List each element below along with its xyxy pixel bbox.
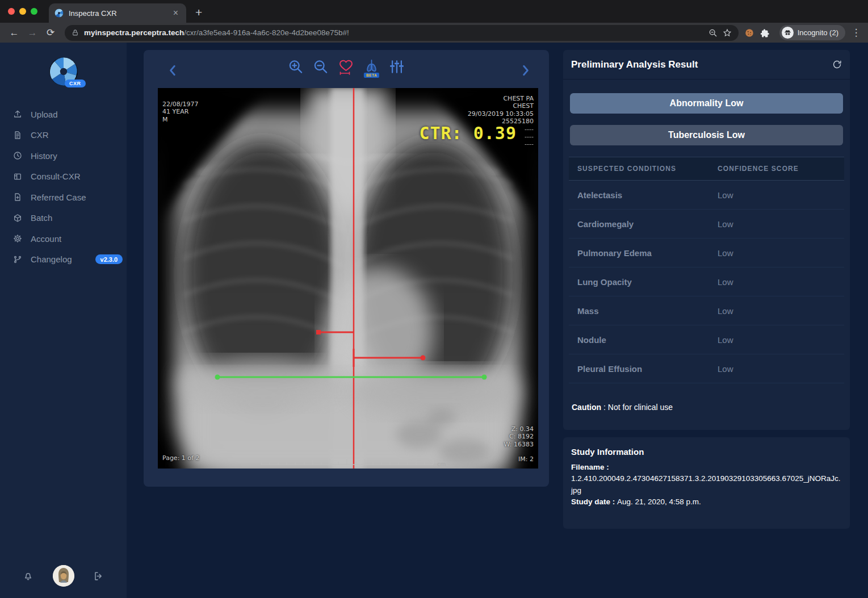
lock-icon bbox=[72, 29, 79, 36]
file-plus-icon bbox=[13, 193, 22, 202]
version-badge: v2.3.0 bbox=[95, 254, 123, 264]
sidebar-item-label: Consult-CXR bbox=[31, 172, 81, 181]
tuberculosis-result-banner[interactable]: Tuberculosis Low bbox=[570, 125, 843, 145]
sidebar-item-cxr[interactable]: CXR bbox=[0, 125, 127, 146]
study-information-panel: Study Information Filename : 1.2.410.200… bbox=[563, 437, 850, 529]
analysis-header: Preliminary Analysis Result bbox=[563, 50, 850, 80]
sidebar-item-label: History bbox=[31, 151, 57, 161]
sidebar-item-referred-case[interactable]: Referred Case bbox=[0, 187, 127, 208]
url-domain: myinspectra.perceptra.tech bbox=[84, 28, 184, 37]
gear-icon bbox=[13, 234, 22, 243]
incognito-label: Incognito (2) bbox=[798, 28, 838, 37]
column-confidence-score: CONFIDENCE SCORE bbox=[718, 165, 836, 173]
previous-image-button[interactable] bbox=[167, 65, 178, 76]
sidebar: CXR Upload CXR History Consult-CXR bbox=[0, 43, 127, 598]
zoom-in-button[interactable] bbox=[288, 59, 304, 74]
incognito-icon bbox=[782, 27, 794, 39]
beta-badge: BETA bbox=[364, 73, 379, 78]
image-number-label: IM: 2 bbox=[518, 455, 534, 463]
analysis-panel: Preliminary Analysis Result Abnormality … bbox=[563, 50, 850, 430]
table-row: Mass Low bbox=[569, 296, 844, 325]
batch-box-icon bbox=[13, 214, 22, 223]
sidebar-item-upload[interactable]: Upload bbox=[0, 104, 127, 125]
sidebar-item-label: Changelog bbox=[31, 254, 72, 264]
ctr-heart-measure-button[interactable] bbox=[338, 59, 354, 75]
study-date-line: Study date : Aug. 21, 2020, 4:58 p.m. bbox=[571, 496, 842, 508]
logout-icon[interactable] bbox=[93, 571, 104, 582]
sidebar-item-label: Batch bbox=[31, 213, 52, 223]
sidebar-item-changelog[interactable]: Changelog v2.3.0 bbox=[0, 249, 127, 270]
incognito-profile-chip[interactable]: Incognito (2) bbox=[779, 25, 845, 40]
xray-image-canvas[interactable]: cm 22/08/1977 41 YEAR M CHEST PA CHEST 2… bbox=[158, 88, 538, 469]
conditions-table-header: SUSPECTED CONDITIONS CONFIDENCE SCORE bbox=[569, 157, 844, 181]
fullscreen-window-button[interactable] bbox=[31, 8, 37, 15]
page-indicator: Page: 1 of 2 bbox=[162, 454, 199, 462]
xray-viewer-panel: BETA bbox=[144, 50, 549, 487]
caution-note: Caution : Not for clinical use bbox=[572, 403, 841, 412]
sidebar-item-label: CXR bbox=[31, 130, 49, 140]
filename-line: Filename : 1.2.410.200049.2.473046271583… bbox=[571, 462, 842, 496]
lung-analysis-button[interactable]: BETA bbox=[364, 59, 380, 74]
browser-chrome: Inspectra CXR × + ← → ⟳ myinspectra.perc… bbox=[0, 0, 868, 43]
app-logo: CXR bbox=[48, 56, 79, 87]
ruler-unit-label: cm bbox=[437, 461, 446, 467]
sidebar-item-account[interactable]: Account bbox=[0, 228, 127, 249]
study-info-title: Study Information bbox=[571, 447, 842, 457]
table-row: Nodule Low bbox=[569, 325, 844, 354]
bookmark-star-icon[interactable] bbox=[723, 28, 732, 37]
extensions-puzzle-icon[interactable] bbox=[760, 28, 770, 38]
zoom-out-button[interactable] bbox=[313, 59, 329, 74]
notifications-bell-icon[interactable] bbox=[23, 571, 33, 582]
abnormality-result-banner[interactable]: Abnormality Low bbox=[570, 93, 843, 114]
tab-favicon bbox=[54, 9, 64, 18]
conditions-table: SUSPECTED CONDITIONS CONFIDENCE SCORE At… bbox=[569, 157, 844, 383]
upload-icon bbox=[13, 110, 22, 119]
analysis-title: Preliminary Analysis Result bbox=[571, 59, 832, 70]
sidebar-item-label: Account bbox=[31, 234, 61, 244]
user-avatar[interactable] bbox=[53, 565, 74, 587]
sidebar-item-batch[interactable]: Batch bbox=[0, 208, 127, 229]
tab-close-icon[interactable]: × bbox=[171, 9, 181, 18]
window-controls bbox=[0, 0, 49, 23]
git-branch-icon bbox=[13, 255, 22, 264]
sidebar-footer bbox=[0, 565, 127, 587]
refresh-icon[interactable] bbox=[832, 60, 842, 69]
table-row: Atelectasis Low bbox=[569, 181, 844, 210]
tab-title: Inspectra CXR bbox=[69, 9, 166, 18]
table-row: Lung Opacity Low bbox=[569, 267, 844, 296]
tab-strip: Inspectra CXR × + bbox=[0, 0, 868, 23]
url-text: myinspectra.perceptra.tech/cxr/a3fe5ea4-… bbox=[84, 28, 349, 37]
zoom-out-page-icon[interactable] bbox=[708, 28, 718, 37]
sidebar-item-consult-cxr[interactable]: Consult-CXR bbox=[0, 166, 127, 187]
table-row: Pleural Effusion Low bbox=[569, 354, 844, 383]
sidebar-menu: Upload CXR History Consult-CXR Referred … bbox=[0, 104, 127, 270]
table-row: Cardiomegaly Low bbox=[569, 210, 844, 239]
history-clock-icon bbox=[13, 151, 22, 160]
address-bar[interactable]: myinspectra.perceptra.tech/cxr/a3fe5ea4-… bbox=[65, 25, 739, 41]
viewer-tools: BETA bbox=[288, 59, 405, 75]
minimize-window-button[interactable] bbox=[19, 8, 26, 15]
new-tab-button[interactable]: + bbox=[195, 6, 202, 18]
consult-layout-icon bbox=[13, 172, 22, 181]
close-window-button[interactable] bbox=[8, 8, 15, 15]
column-suspected-conditions: SUSPECTED CONDITIONS bbox=[577, 165, 718, 173]
browser-toolbar: ← → ⟳ myinspectra.perceptra.tech/cxr/a3f… bbox=[0, 23, 868, 43]
next-image-button[interactable] bbox=[521, 65, 531, 76]
back-button[interactable]: ← bbox=[6, 28, 23, 37]
patient-info-overlay: 22/08/1977 41 YEAR M bbox=[162, 101, 198, 123]
sidebar-item-history[interactable]: History bbox=[0, 145, 127, 166]
window-level-overlay: Z: 0.34 C: 8192 W: 16383 bbox=[504, 425, 534, 448]
browser-menu-icon[interactable]: ⋮ bbox=[850, 27, 862, 39]
adjustments-sliders-button[interactable] bbox=[389, 59, 405, 74]
forward-button[interactable]: → bbox=[24, 28, 41, 37]
reload-button[interactable]: ⟳ bbox=[42, 28, 59, 37]
sidebar-item-label: Referred Case bbox=[31, 193, 86, 202]
browser-tab[interactable]: Inspectra CXR × bbox=[49, 3, 186, 23]
ctr-value-label: CTR: 0.39 bbox=[419, 123, 517, 143]
logo-cxr-badge: CXR bbox=[65, 80, 86, 87]
table-row: Pulmonary Edema Low bbox=[569, 239, 844, 267]
cookie-icon[interactable] bbox=[744, 28, 754, 38]
url-path: /cxr/a3fe5ea4-916a-4a6c-820e-4d2bee08e75… bbox=[184, 28, 349, 37]
sidebar-item-label: Upload bbox=[31, 110, 58, 119]
viewer-toolbar: BETA bbox=[144, 58, 549, 86]
